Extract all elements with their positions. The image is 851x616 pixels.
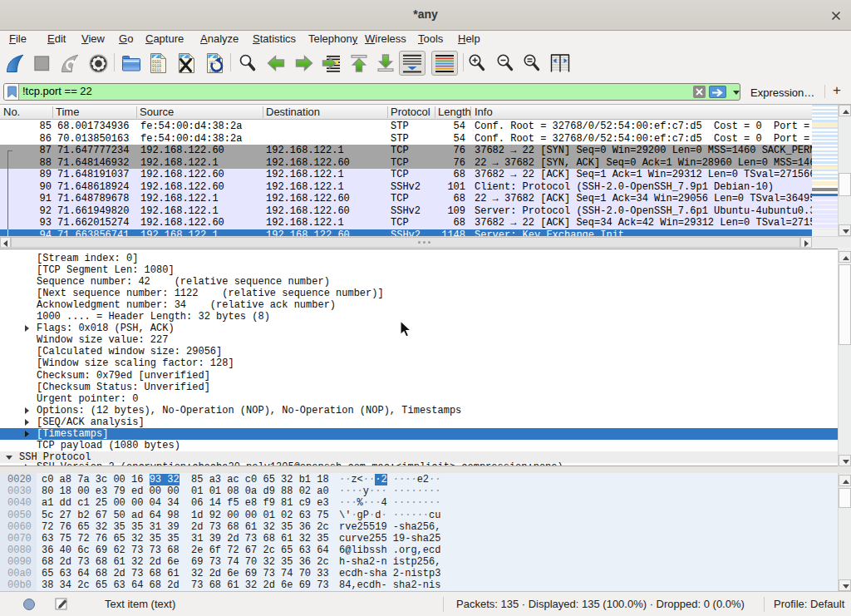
svg-text:0111: 0111 [152,68,161,72]
